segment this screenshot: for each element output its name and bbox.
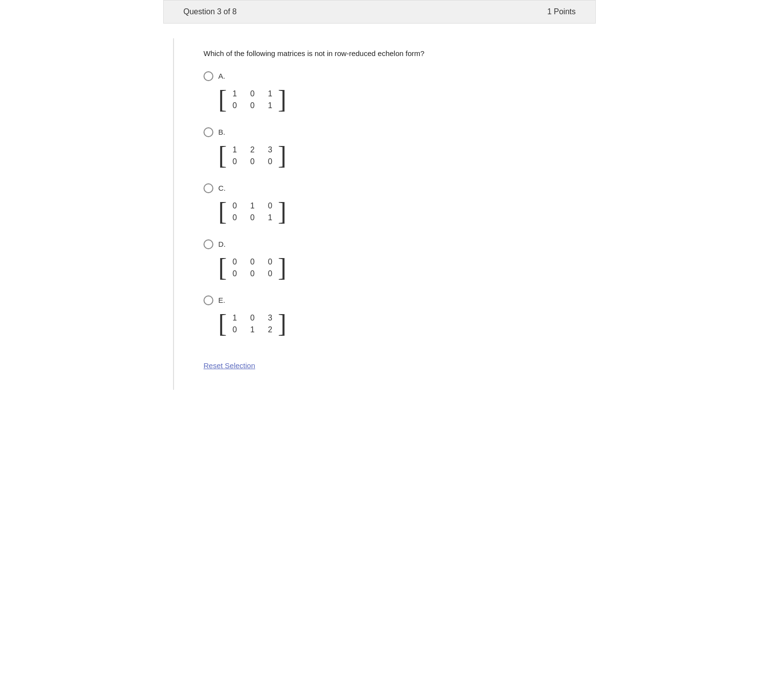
matrix-grid-A: 101001 [227, 88, 278, 111]
cell-C-0-0: 0 [231, 202, 238, 210]
option-letter-D: D. [218, 240, 226, 248]
cell-A-0-2: 1 [266, 89, 274, 98]
question-text: Which of the following matrices is not i… [204, 48, 566, 59]
radio-A[interactable] [204, 71, 213, 81]
option-letter-B: B. [218, 128, 225, 136]
option-letter-A: A. [218, 72, 225, 80]
cell-A-1-0: 0 [231, 101, 238, 110]
radio-C[interactable] [204, 183, 213, 193]
cell-A-1-2: 1 [266, 101, 274, 110]
option-letter-C: C. [218, 184, 226, 192]
option-label-row-B: B. [204, 127, 566, 137]
cell-B-1-0: 0 [231, 157, 238, 166]
page-wrapper: Question 3 of 8 1 Points Which of the fo… [163, 0, 596, 390]
cell-C-1-2: 1 [266, 213, 274, 222]
option-label-row-D: D. [204, 239, 566, 249]
bracket-left-B: [ [218, 143, 227, 169]
cell-B-0-2: 3 [266, 146, 274, 154]
cell-B-1-1: 0 [248, 157, 256, 166]
option-group-D: D.[000000] [204, 239, 566, 281]
bracket-right-E: ] [278, 311, 286, 337]
matrix-C: [010001] [218, 199, 287, 225]
option-label-row-A: A. [204, 71, 566, 81]
reset-selection-button[interactable]: Reset Selection [204, 361, 255, 370]
cell-E-1-1: 1 [248, 325, 256, 334]
matrix-grid-C: 010001 [227, 201, 278, 223]
question-header: Question 3 of 8 1 Points [163, 0, 596, 24]
option-group-A: A.[101001] [204, 71, 566, 113]
cell-D-0-2: 0 [266, 258, 274, 266]
cell-D-0-1: 0 [248, 258, 256, 266]
bracket-left-D: [ [218, 255, 227, 281]
bracket-right-A: ] [278, 87, 286, 113]
cell-D-0-0: 0 [231, 258, 238, 266]
question-progress: Question 3 of 8 [183, 7, 237, 16]
cell-C-1-1: 0 [248, 213, 256, 222]
cell-E-1-0: 0 [231, 325, 238, 334]
cell-D-1-1: 0 [248, 269, 256, 278]
cell-B-0-0: 1 [231, 146, 238, 154]
radio-E[interactable] [204, 295, 213, 305]
matrix-A: [101001] [218, 87, 287, 113]
matrix-E: [103012] [218, 311, 287, 337]
bracket-left-A: [ [218, 87, 227, 113]
matrix-grid-B: 123000 [227, 145, 278, 167]
radio-B[interactable] [204, 127, 213, 137]
option-label-row-E: E. [204, 295, 566, 305]
cell-C-0-1: 1 [248, 202, 256, 210]
cell-D-1-2: 0 [266, 269, 274, 278]
cell-E-0-1: 0 [248, 314, 256, 322]
cell-C-1-0: 0 [231, 213, 238, 222]
matrix-grid-E: 103012 [227, 313, 278, 335]
option-letter-E: E. [218, 296, 225, 304]
cell-E-0-2: 3 [266, 314, 274, 322]
radio-D[interactable] [204, 239, 213, 249]
cell-E-1-2: 2 [266, 325, 274, 334]
option-label-row-C: C. [204, 183, 566, 193]
matrix-D: [000000] [218, 255, 287, 281]
cell-D-1-0: 0 [231, 269, 238, 278]
cell-E-0-0: 1 [231, 314, 238, 322]
matrix-B: [123000] [218, 143, 287, 169]
options-container: A.[101001]B.[123000]C.[010001]D.[000000]… [204, 71, 566, 337]
option-group-E: E.[103012] [204, 295, 566, 337]
question-body: Which of the following matrices is not i… [173, 38, 596, 390]
cell-B-1-2: 0 [266, 157, 274, 166]
bracket-left-C: [ [218, 199, 227, 225]
cell-A-1-1: 0 [248, 101, 256, 110]
cell-A-0-1: 0 [248, 89, 256, 98]
cell-C-0-2: 0 [266, 202, 274, 210]
bracket-right-B: ] [278, 143, 286, 169]
points-label: 1 Points [547, 7, 576, 16]
bracket-right-C: ] [278, 199, 286, 225]
option-group-B: B.[123000] [204, 127, 566, 169]
bracket-left-E: [ [218, 311, 227, 337]
cell-A-0-0: 1 [231, 89, 238, 98]
option-group-C: C.[010001] [204, 183, 566, 225]
bracket-right-D: ] [278, 255, 286, 281]
matrix-grid-D: 000000 [227, 257, 278, 279]
cell-B-0-1: 2 [248, 146, 256, 154]
